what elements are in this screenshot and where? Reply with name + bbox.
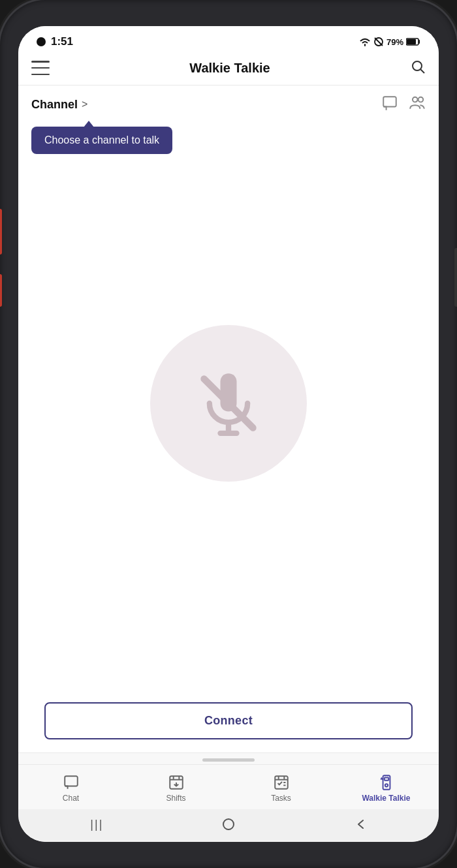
- home-icon: [221, 817, 236, 831]
- nav-item-shifts[interactable]: Shifts: [123, 770, 228, 807]
- walkie-talkie-nav-icon: [378, 774, 395, 791]
- bottom-nav: Chat Shifts: [18, 764, 439, 809]
- power-button[interactable]: [454, 248, 457, 307]
- svg-line-5: [420, 70, 424, 74]
- status-bar: 1:51 79%: [18, 26, 439, 54]
- time-display: 1:51: [51, 35, 73, 48]
- bottom-handle: [18, 752, 439, 764]
- search-button[interactable]: [410, 59, 426, 77]
- main-content: [18, 154, 439, 692]
- volume-up-button[interactable]: [0, 209, 2, 255]
- tooltip-wrapper: Choose a channel to talk: [18, 121, 439, 154]
- chat-icon[interactable]: [381, 95, 398, 114]
- camera-dot: [37, 37, 46, 46]
- system-nav: |||: [18, 809, 439, 842]
- nav-item-tasks[interactable]: Tasks: [228, 770, 334, 807]
- nav-tasks-label: Tasks: [271, 794, 291, 803]
- tooltip-box: Choose a channel to talk: [31, 127, 172, 154]
- back-button[interactable]: [354, 818, 367, 831]
- svg-point-4: [413, 61, 422, 70]
- back-icon: [354, 818, 367, 831]
- hamburger-menu[interactable]: [31, 61, 50, 75]
- svg-rect-12: [65, 776, 78, 786]
- channel-header: Channel >: [18, 85, 439, 121]
- recent-apps-button[interactable]: |||: [90, 818, 103, 831]
- svg-rect-18: [384, 777, 388, 780]
- nav-shifts-label: Shifts: [166, 794, 185, 803]
- connect-button[interactable]: Connect: [44, 702, 413, 739]
- phone-screen: 1:51 79%: [18, 26, 439, 842]
- svg-rect-3: [407, 39, 416, 44]
- mic-off-icon: [196, 371, 261, 436]
- battery-text: 79%: [386, 37, 403, 47]
- top-nav: Walkie Talkie: [18, 54, 439, 85]
- shifts-nav-icon: [168, 774, 185, 791]
- tasks-nav-icon: [273, 774, 290, 791]
- wifi-icon: [359, 37, 371, 46]
- nav-walkie-label: Walkie Talkie: [362, 794, 410, 803]
- svg-rect-6: [383, 97, 396, 106]
- svg-point-19: [385, 784, 387, 786]
- channel-chevron-icon: >: [82, 99, 87, 110]
- battery-icon: [406, 38, 420, 46]
- location-off-icon: [373, 37, 384, 47]
- channel-label: Channel: [31, 98, 78, 112]
- nav-item-chat[interactable]: Chat: [18, 770, 123, 807]
- nav-chat-label: Chat: [63, 794, 79, 803]
- connect-button-area: Connect: [18, 692, 439, 752]
- svg-rect-22: [223, 819, 234, 829]
- home-button[interactable]: [221, 817, 236, 831]
- svg-point-7: [413, 97, 418, 102]
- recent-apps-icon: |||: [90, 818, 103, 831]
- channel-action-icons: [381, 95, 426, 114]
- mic-disabled-circle: [150, 325, 307, 482]
- status-icons: 79%: [359, 37, 420, 47]
- phone-outer: 1:51 79%: [0, 0, 457, 868]
- tooltip-text: Choose a channel to talk: [44, 134, 159, 146]
- app-title: Walkie Talkie: [189, 61, 270, 76]
- svg-point-8: [418, 97, 424, 102]
- chat-nav-icon: [63, 774, 80, 791]
- members-icon[interactable]: [409, 95, 426, 114]
- channel-selector[interactable]: Channel >: [31, 98, 87, 112]
- status-time-area: 1:51: [37, 35, 73, 48]
- handle-bar: [202, 758, 255, 762]
- volume-down-button[interactable]: [0, 274, 2, 307]
- nav-item-walkie-talkie[interactable]: Walkie Talkie: [334, 770, 439, 807]
